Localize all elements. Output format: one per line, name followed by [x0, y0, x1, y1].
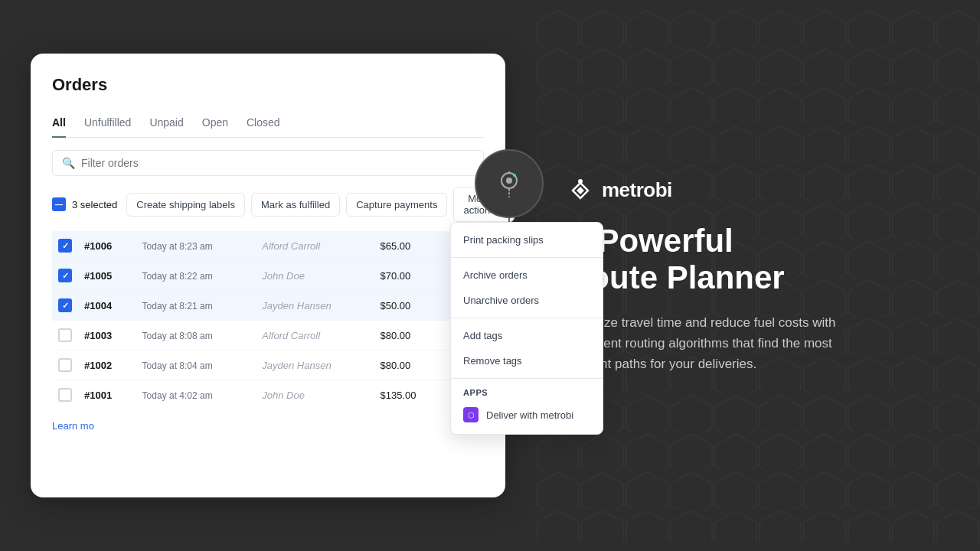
row-checkbox[interactable]	[58, 269, 72, 282]
order-id: #1003	[84, 330, 112, 341]
unarchive-orders-item[interactable]: Unarchive orders	[451, 288, 603, 313]
order-amount: $65.00	[380, 240, 410, 252]
svg-point-5	[513, 174, 516, 177]
create-shipping-labels-button[interactable]: Create shipping labels	[126, 193, 245, 217]
metrobi-app-icon	[463, 407, 479, 422]
tab-all[interactable]: All	[52, 110, 66, 138]
add-tags-item[interactable]: Add tags	[451, 323, 603, 348]
row-checkbox[interactable]	[58, 358, 72, 372]
subtext: Minimize travel time and reduce fuel cos…	[567, 312, 858, 375]
row-checkbox[interactable]	[58, 298, 72, 312]
action-bar: 3 selected Create shipping labels Mark a…	[52, 187, 484, 222]
tab-unpaid[interactable]: Unpaid	[149, 110, 183, 138]
left-panel: Orders All Unfulfilled Unpaid Open Close…	[0, 0, 536, 551]
customer-name: John Doe	[262, 270, 305, 282]
search-bar: 🔍	[52, 150, 484, 176]
apps-section-label: APPS	[451, 383, 603, 400]
learn-more-link[interactable]: Learn mo	[52, 420, 484, 432]
order-time: Today at 4:02 am	[142, 390, 213, 401]
row-checkbox[interactable]	[58, 239, 72, 253]
svg-point-3	[506, 178, 512, 184]
order-amount: $70.00	[380, 270, 410, 282]
order-amount: $80.00	[380, 360, 410, 371]
table-row: #1006 Today at 8:23 am Alford Carroll $6…	[52, 231, 484, 261]
order-amount: $80.00	[380, 330, 410, 341]
metrobi-logo: metrobi	[567, 177, 672, 204]
order-time: Today at 8:04 am	[142, 360, 213, 371]
customer-name: Jayden Hansen	[262, 300, 331, 311]
customer-name: Alford Carroll	[262, 330, 320, 341]
customer-name: John Doe	[262, 390, 305, 401]
route-icon-top	[475, 149, 544, 218]
deliver-with-metrobi-item[interactable]: Deliver with metrobi	[451, 400, 603, 429]
print-packing-slips-item[interactable]: Print packing slips	[451, 227, 603, 253]
order-time: Today at 8:22 am	[142, 271, 213, 282]
select-all-checkbox[interactable]	[52, 197, 66, 211]
more-actions-dropdown: Print packing slips Archive orders Unarc…	[450, 222, 603, 435]
selected-count: 3 selected	[72, 199, 117, 210]
customer-name: Alford Carroll	[262, 240, 320, 252]
search-input[interactable]	[81, 157, 474, 169]
tab-closed[interactable]: Closed	[247, 110, 280, 138]
order-id: #1005	[84, 270, 112, 282]
order-time: Today at 8:08 am	[142, 331, 213, 341]
remove-tags-item[interactable]: Remove tags	[451, 348, 603, 373]
tab-open[interactable]: Open	[202, 110, 228, 138]
customer-name: Jayden Hansen	[262, 360, 331, 371]
order-id: #1001	[84, 390, 112, 401]
row-checkbox[interactable]	[58, 388, 72, 402]
table-row: #1002 Today at 8:04 am Jayden Hansen $80…	[52, 350, 484, 380]
divider-2	[451, 318, 603, 318]
metrobi-logo-icon	[567, 177, 594, 204]
order-id: #1004	[84, 300, 112, 311]
orders-card: Orders All Unfulfilled Unpaid Open Close…	[31, 54, 505, 497]
order-amount: $135.00	[380, 390, 416, 401]
orders-table: #1006 Today at 8:23 am Alford Carroll $6…	[52, 231, 484, 409]
archive-orders-item[interactable]: Archive orders	[451, 262, 603, 288]
capture-payments-button[interactable]: Capture payments	[346, 193, 447, 217]
table-row: #1004 Today at 8:21 am Jayden Hansen $50…	[52, 291, 484, 321]
table-row: #1005 Today at 8:22 am John Doe $70.00 P	[52, 261, 484, 291]
order-amount: $50.00	[380, 300, 410, 311]
order-time: Today at 8:23 am	[142, 241, 213, 252]
order-time: Today at 8:21 am	[142, 301, 213, 311]
page-title: Orders	[52, 75, 484, 95]
logo-text: metrobi	[602, 178, 672, 202]
order-id: #1002	[84, 360, 112, 371]
table-row: #1003 Today at 8:08 am Alford Carroll $8…	[52, 321, 484, 350]
row-checkbox[interactable]	[58, 328, 72, 342]
order-id: #1006	[84, 240, 112, 252]
tabs-bar: All Unfulfilled Unpaid Open Closed	[52, 110, 484, 138]
mark-as-fulfilled-button[interactable]: Mark as fulfilled	[251, 193, 340, 217]
search-icon: 🔍	[62, 157, 75, 169]
divider-1	[451, 257, 603, 258]
tab-unfulfilled[interactable]: Unfulfilled	[84, 110, 131, 138]
divider-3	[451, 378, 603, 379]
svg-point-11	[578, 179, 583, 184]
table-row: #1001 Today at 4:02 am John Doe $135.00 …	[52, 380, 484, 410]
